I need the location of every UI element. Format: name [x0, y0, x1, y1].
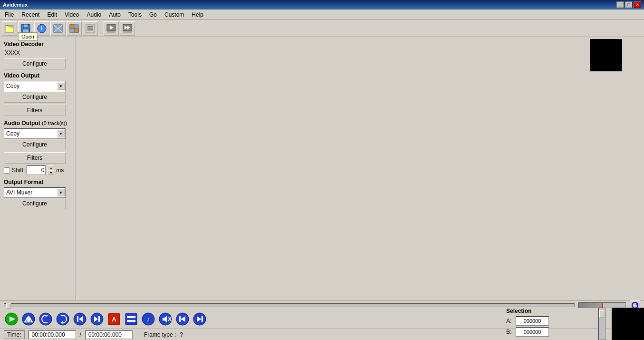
- audio-track-button[interactable]: ♪: [141, 312, 156, 326]
- toolbar-separator: [100, 22, 102, 35]
- shift-spinner: ▲ ▼: [48, 165, 54, 175]
- shift-checkbox[interactable]: [4, 167, 10, 174]
- svg-rect-57: [202, 316, 203, 322]
- open-file-button[interactable]: [2, 21, 17, 36]
- preview-forward-button[interactable]: [120, 21, 135, 36]
- svg-rect-19: [107, 31, 115, 33]
- audio-output-filters-button[interactable]: Filters: [4, 152, 66, 164]
- menu-recent[interactable]: Recent: [18, 10, 43, 19]
- menu-video[interactable]: Video: [61, 10, 83, 19]
- menu-tools[interactable]: Tools: [125, 10, 145, 19]
- selection-a-label: A:: [506, 318, 514, 324]
- play-icon: [5, 312, 18, 326]
- svg-text:i: i: [41, 25, 42, 32]
- volume-control: [578, 302, 626, 308]
- svg-rect-13: [86, 24, 95, 33]
- segment-icon: [125, 312, 138, 326]
- audio-track-icon: ♪: [142, 312, 155, 326]
- maximize-button[interactable]: □: [625, 1, 633, 8]
- mute-icon: [159, 312, 172, 326]
- center-panel: [76, 37, 568, 340]
- ms-unit-label: ms: [56, 167, 64, 174]
- selection-a-field[interactable]: [516, 316, 549, 326]
- svg-rect-37: [77, 316, 78, 322]
- next-frame-button[interactable]: [192, 312, 207, 326]
- selection-b-row: B:: [506, 327, 563, 337]
- prev-scene-button[interactable]: [50, 21, 66, 36]
- next-frame-icon: [193, 312, 206, 326]
- output-format-dropdown[interactable]: AVI Muxer MKV Muxer MP4 Muxer OGM Muxer: [4, 187, 66, 198]
- video-output-label: Video Output: [4, 72, 72, 79]
- output-button[interactable]: [83, 21, 98, 36]
- video-output-dropdown[interactable]: Copy Xvid x264 x265 FFV1: [4, 81, 66, 91]
- audio-output-configure-button[interactable]: Configure: [4, 139, 66, 150]
- output-format-dropdown-container: AVI Muxer MKV Muxer MP4 Muxer OGM Muxer …: [4, 187, 66, 198]
- app-title: Avidemux: [3, 2, 28, 8]
- menu-edit[interactable]: Edit: [43, 10, 61, 19]
- title-bar: Avidemux _ □ ✕: [0, 0, 644, 10]
- mute-button[interactable]: [158, 312, 173, 326]
- next-scene-icon: [69, 23, 79, 34]
- svg-text:A: A: [112, 316, 116, 323]
- rewind-button[interactable]: [38, 312, 53, 326]
- toolbar: i: [0, 20, 644, 37]
- menu-help[interactable]: Help: [188, 10, 207, 19]
- preview-thumbnail: [612, 308, 644, 340]
- next-key-button[interactable]: [89, 312, 105, 326]
- svg-rect-4: [22, 29, 29, 32]
- svg-rect-12: [74, 29, 78, 32]
- shift-input[interactable]: [27, 165, 46, 175]
- next-scene-button[interactable]: [67, 21, 82, 36]
- menu-audio[interactable]: Audio: [83, 10, 106, 19]
- menu-go[interactable]: Go: [145, 10, 161, 19]
- selection-b-label: B:: [506, 329, 514, 335]
- info-icon: i: [37, 23, 47, 34]
- prev-key-icon: [73, 312, 87, 326]
- audio-track-info: (0 track(s)): [42, 120, 67, 126]
- codec-value: XXXX: [5, 49, 72, 56]
- vertical-slider[interactable]: [598, 308, 606, 340]
- audio-output-dropdown[interactable]: Copy AAC MP3 AC3 Vorbis: [4, 128, 66, 139]
- minimize-button[interactable]: _: [616, 1, 624, 8]
- window-controls: _ □ ✕: [616, 1, 641, 8]
- frame-type-value: ?: [180, 331, 183, 338]
- svg-rect-3: [23, 24, 28, 28]
- prev-frame-button[interactable]: [175, 312, 190, 326]
- svg-rect-11: [70, 25, 74, 29]
- selection-b-field[interactable]: [516, 327, 549, 337]
- mark-a-icon: A: [107, 312, 121, 326]
- open-tooltip: Open: [18, 32, 38, 41]
- seek-thumb[interactable]: [6, 303, 11, 309]
- next-key-icon: [90, 312, 104, 326]
- prev-key-button[interactable]: [72, 312, 87, 326]
- menu-file[interactable]: File: [1, 10, 18, 19]
- video-output-filters-button[interactable]: Filters: [4, 105, 66, 116]
- video-output-dropdown-container: Copy Xvid x264 x265 FFV1 ▼: [4, 81, 66, 91]
- menu-custom[interactable]: Custom: [161, 10, 188, 19]
- time-value: 00:00:00.000: [29, 330, 76, 339]
- stop-button[interactable]: [21, 312, 36, 326]
- shift-row: Shift: ▲ ▼ ms: [4, 165, 72, 175]
- mark-a-button[interactable]: A: [106, 312, 122, 326]
- video-output-configure-button[interactable]: Configure: [4, 91, 66, 103]
- output-format-configure-button[interactable]: Configure: [4, 198, 66, 209]
- time-label: Time:: [4, 330, 25, 339]
- forward-button[interactable]: [55, 312, 70, 326]
- left-panel: Video Decoder XXXX Configure Video Outpu…: [0, 37, 76, 340]
- vertical-slider-thumb[interactable]: [599, 310, 605, 318]
- close-button[interactable]: ✕: [634, 1, 641, 8]
- shift-down-button[interactable]: ▼: [48, 170, 54, 175]
- transport-bar: A ♪: [0, 310, 644, 329]
- seek-bar[interactable]: [4, 303, 575, 307]
- volume-bar[interactable]: [578, 302, 626, 308]
- video-decoder-configure-button[interactable]: Configure: [4, 58, 66, 69]
- play-button[interactable]: [4, 312, 19, 326]
- frame-type-label: Frame type :: [144, 331, 176, 338]
- preview-play-button[interactable]: [104, 21, 119, 36]
- menu-auto[interactable]: Auto: [105, 10, 125, 19]
- segment-button[interactable]: [124, 312, 139, 326]
- prev-scene-icon: [53, 23, 63, 34]
- volume-marker: [602, 303, 603, 308]
- shift-up-button[interactable]: ▲: [48, 165, 54, 170]
- svg-rect-40: [98, 316, 100, 322]
